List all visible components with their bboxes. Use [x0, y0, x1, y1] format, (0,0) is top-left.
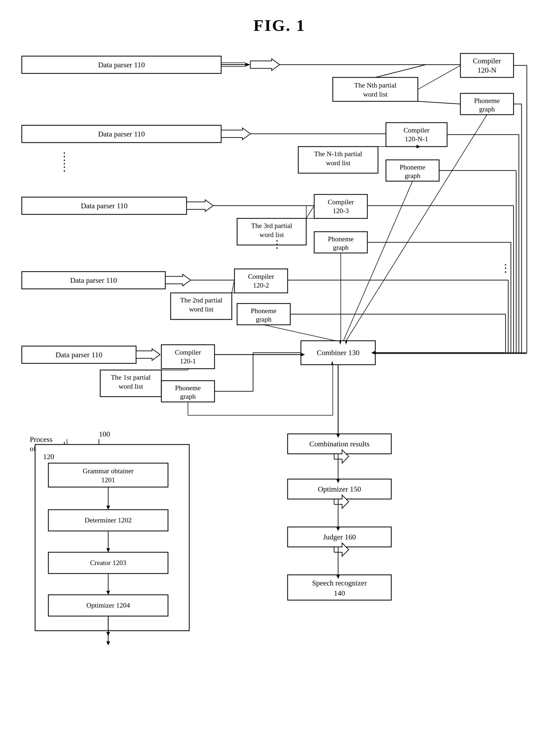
svg-marker-61: [136, 349, 160, 361]
svg-text:Data parser 110: Data parser 110: [98, 61, 144, 69]
svg-text:word list: word list: [326, 159, 351, 167]
svg-text:Speech recognizer: Speech recognizer: [312, 579, 367, 587]
svg-text:Combination results: Combination results: [309, 440, 369, 448]
svg-marker-35: [186, 200, 213, 212]
svg-text:The N-1th partial: The N-1th partial: [314, 150, 362, 158]
svg-text:Combiner 130: Combiner 130: [317, 348, 359, 357]
svg-line-157: [418, 65, 461, 89]
svg-text:Phoneme: Phoneme: [328, 235, 354, 243]
svg-text:Grammar obtainer: Grammar obtainer: [83, 467, 134, 475]
svg-text:100: 100: [99, 430, 110, 438]
svg-text:Compiler: Compiler: [403, 126, 429, 134]
svg-text:Optimizer 150: Optimizer 150: [318, 485, 361, 493]
svg-text:graph: graph: [256, 316, 271, 323]
svg-text:Phoneme: Phoneme: [175, 384, 201, 392]
svg-text:Process: Process: [30, 435, 53, 444]
svg-text:The 1st partial: The 1st partial: [111, 373, 151, 381]
svg-line-18: [375, 65, 426, 78]
svg-marker-48: [165, 274, 191, 286]
svg-line-104: [264, 325, 335, 341]
svg-marker-22: [221, 128, 250, 139]
svg-text:Data parser 110: Data parser 110: [98, 130, 144, 138]
svg-text:⋮: ⋮: [59, 161, 70, 173]
svg-text:Phoneme: Phoneme: [474, 97, 500, 105]
svg-text:Compiler: Compiler: [175, 348, 201, 356]
svg-text:Compiler: Compiler: [328, 198, 354, 206]
svg-text:Data parser 110: Data parser 110: [55, 351, 102, 359]
svg-text:Data parser 110: Data parser 110: [81, 202, 127, 210]
svg-marker-3: [245, 63, 250, 66]
svg-text:word list: word list: [260, 231, 284, 239]
svg-text:⋮: ⋮: [59, 150, 70, 162]
svg-text:⋮: ⋮: [500, 262, 511, 274]
svg-text:Creator 1203: Creator 1203: [90, 559, 126, 567]
svg-marker-151: [106, 641, 110, 645]
svg-text:120-1: 120-1: [180, 357, 196, 365]
svg-text:120-N-1: 120-N-1: [405, 135, 428, 143]
svg-marker-172: [106, 632, 110, 636]
svg-text:Compiler: Compiler: [473, 57, 501, 65]
svg-text:Phoneme: Phoneme: [400, 163, 425, 171]
svg-text:140: 140: [334, 589, 345, 597]
svg-marker-16: [250, 59, 280, 70]
svg-text:1201: 1201: [101, 476, 115, 484]
svg-text:Phoneme: Phoneme: [251, 307, 276, 315]
svg-text:120: 120: [43, 452, 54, 461]
svg-text:120-3: 120-3: [333, 207, 349, 215]
svg-text:120-2: 120-2: [253, 281, 269, 289]
svg-text:word list: word list: [363, 90, 388, 98]
svg-line-163: [306, 206, 314, 218]
svg-text:Determiner 1202: Determiner 1202: [85, 516, 132, 524]
svg-text:word list: word list: [118, 383, 143, 390]
svg-text:The 3rd partial: The 3rd partial: [251, 222, 292, 230]
svg-text:The Nth partial: The Nth partial: [354, 81, 396, 89]
svg-text:Judger 160: Judger 160: [323, 533, 356, 541]
svg-text:Data parser 110: Data parser 110: [70, 276, 117, 284]
svg-text:Compiler: Compiler: [248, 273, 274, 280]
svg-text:graph: graph: [479, 105, 495, 113]
svg-text:graph: graph: [333, 244, 349, 251]
svg-text:Optimizer 1204: Optimizer 1204: [86, 601, 130, 609]
svg-text:word list: word list: [189, 305, 214, 313]
svg-text:⋮: ⋮: [272, 238, 282, 250]
svg-text:120-N: 120-N: [477, 66, 496, 74]
svg-text:graph: graph: [405, 172, 420, 179]
svg-text:The 2nd partial: The 2nd partial: [180, 296, 222, 304]
svg-text:graph: graph: [180, 393, 196, 400]
svg-line-19: [418, 101, 461, 104]
page-title: FIG. 1: [0, 0, 559, 35]
